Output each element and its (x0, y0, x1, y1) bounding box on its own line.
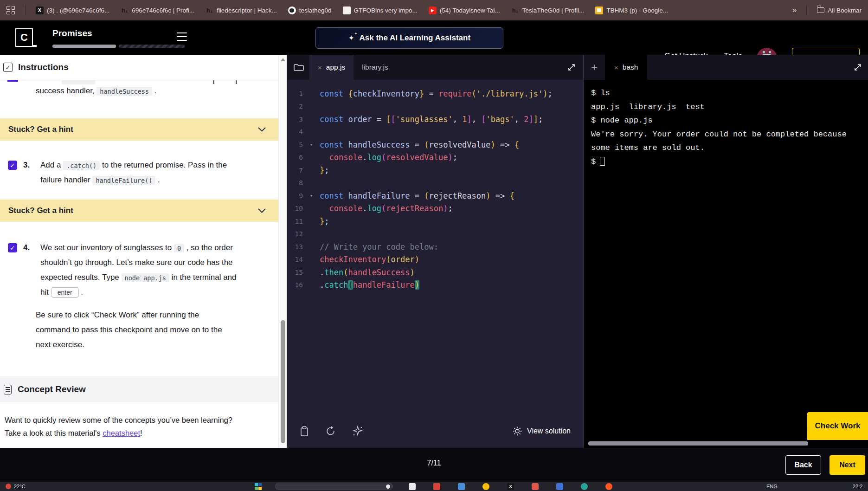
new-terminal-button[interactable]: + (584, 61, 605, 74)
taskbar-app-icon[interactable]: X (507, 483, 514, 490)
bookmark-item[interactable]: h₁TeslaTheG0d | Profil... (511, 6, 584, 14)
tab-library-js[interactable]: library.js (354, 55, 397, 80)
bookmark-label: (3) . (@696e746c6f6... (47, 7, 109, 14)
terminal-tab-bar: + × bash (584, 55, 868, 80)
instruction-step-3: ✓ 3. Add a .catch() to the returned prom… (8, 158, 227, 187)
bookmark-item[interactable]: h₁696e746c6f6c | Profi... (121, 6, 194, 14)
taskbar-app-icon[interactable] (532, 483, 539, 490)
bookmark-item[interactable]: teslatheg0d (288, 6, 332, 14)
bookmark-label: GTFOBins very impo... (354, 7, 418, 14)
checklist-icon: ✓ (3, 63, 13, 72)
menu-icon[interactable] (177, 32, 187, 41)
bookmarks-overflow-chevron[interactable]: » (792, 6, 796, 15)
code-line: 2 (287, 100, 583, 113)
copy-icon[interactable] (299, 426, 309, 437)
step4-checkbox[interactable]: ✓ (8, 243, 17, 252)
scrollbar-thumb[interactable] (281, 320, 285, 443)
next-button[interactable]: Next (829, 455, 865, 475)
bookmark-item[interactable]: TBHM3 (p) - Google... (595, 6, 668, 14)
clock[interactable]: 22:2 (853, 484, 862, 489)
all-bookmarks-button[interactable]: All Bookmar (817, 7, 862, 14)
code-line: 13// Write your code below: (287, 240, 583, 253)
fold-arrow-icon[interactable]: ▾ (303, 142, 320, 148)
cheatsheet-link[interactable]: cheatsheet (103, 429, 140, 437)
scroll-up-arrow[interactable] (281, 58, 285, 61)
hint-accordion-1[interactable]: Stuck? Get a hint (0, 118, 278, 141)
gtfobins-favicon (343, 6, 351, 14)
ai-assistant-button[interactable]: ✦✦ Ask the AI Learning Assistant (315, 27, 503, 49)
language-indicator[interactable]: ENG (766, 484, 778, 489)
taskbar-app-icons: X (409, 483, 612, 490)
progress-bar-complete (52, 45, 116, 48)
sparkle-icon: ✦✦ (348, 34, 354, 42)
hint-accordion-2[interactable]: Stuck? Get a hint (0, 200, 278, 222)
lesson-footer: 7/11 Back Next (0, 448, 868, 482)
code-editing-area[interactable]: 1const {checkInventory} = require('./lib… (287, 80, 583, 414)
back-button[interactable]: Back (785, 455, 821, 475)
bookmarks-list: X(3) . (@696e746c6f6...h₁696e746c6f6c | … (36, 6, 668, 14)
close-icon[interactable]: × (614, 64, 618, 71)
expand-editor-icon[interactable] (567, 63, 576, 74)
taskbar-search[interactable] (275, 483, 393, 490)
terminal-horizontal-scrollbar[interactable] (588, 441, 808, 446)
search-logo-dot (386, 485, 390, 489)
expand-terminal-icon[interactable] (853, 63, 862, 74)
concept-review-header: Concept Review (0, 376, 278, 402)
step3-number: 3. (23, 158, 34, 187)
step4-text: We set our inventory of sunglasses to 0 … (40, 240, 237, 300)
step2-partial-text: success handler, handleSuccess . (36, 84, 156, 98)
code-line: 6 console.log(resolvedValue); (287, 151, 583, 164)
instruction-step-4: ✓ 4. We set our inventory of sunglasses … (8, 240, 237, 300)
code-line: 15.then(handleSuccess) (287, 266, 583, 279)
start-grid-icon[interactable] (255, 483, 262, 490)
taskbar-app-icon[interactable] (409, 483, 416, 490)
fold-arrow-icon[interactable]: ▾ (303, 193, 320, 199)
bookmark-item[interactable]: GTFOBins very impo... (343, 6, 418, 14)
bookmark-item[interactable]: X(3) . (@696e746c6f6... (36, 6, 109, 14)
terminal-panel: + × bash $ lsapp.js library.js test$ nod… (584, 55, 868, 448)
bookmark-label: filedescriptor | Hack... (217, 7, 277, 14)
step3-checkbox[interactable]: ✓ (8, 161, 17, 170)
apps-grid-icon[interactable] (6, 6, 15, 14)
close-icon[interactable]: × (318, 64, 322, 71)
taskbar-app-icon[interactable] (433, 483, 440, 490)
reset-icon[interactable] (325, 426, 336, 437)
folder-icon (817, 7, 824, 13)
bookmark-label: (54) Todayisnew Tal... (440, 7, 500, 14)
bookmark-item[interactable]: h₁filedescriptor | Hack... (206, 6, 277, 14)
weather-icon (6, 484, 11, 489)
taskbar-app-icon[interactable] (605, 483, 612, 490)
code-line: 1const {checkInventory} = require('./lib… (287, 87, 583, 100)
weather-widget[interactable]: 22°C (6, 484, 26, 489)
view-solution-button[interactable]: View solution (512, 426, 571, 436)
instructions-header: ✓ Instructions (0, 55, 278, 80)
tab-app-js[interactable]: × app.js (309, 55, 354, 80)
codecademy-logo[interactable]: C (15, 28, 33, 47)
terminal-output-area[interactable]: $ lsapp.js library.js test$ node app.jsW… (584, 80, 868, 448)
concept-line-2: Take a look at this material's cheatshee… (5, 426, 232, 439)
taskbar-app-icon[interactable] (556, 483, 563, 490)
tab-bash[interactable]: × bash (605, 55, 647, 80)
taskbar-app-icon[interactable] (581, 483, 588, 490)
bookmark-item[interactable]: ▶(54) Todayisnew Tal... (429, 6, 500, 14)
taskbar-app-icon[interactable] (482, 483, 489, 490)
check-work-note: Be sure to click “Check Work” after runn… (36, 308, 222, 352)
code-line: 12 (287, 228, 583, 241)
code-line: 3const order = [['sunglasses', 1], ['bag… (287, 113, 583, 126)
file-tree-icon[interactable] (293, 62, 305, 72)
taskbar-app-icon[interactable] (458, 483, 465, 490)
lesson-title: Promises (52, 28, 92, 39)
instructions-panel: ✓ Instructions success handler, handleSu… (0, 55, 278, 448)
terminal-cursor (600, 157, 605, 166)
code-line: 8 (287, 177, 583, 190)
app-header: C Promises ✦✦ Ask the AI Learning Assist… (0, 20, 868, 55)
chevron-down-icon (257, 127, 266, 132)
instructions-title: Instructions (18, 62, 69, 72)
check-work-button[interactable]: Check Work (807, 412, 868, 440)
clipped-checkbox-fragment (7, 80, 18, 82)
step3-text: Add a .catch() to the returned promise. … (40, 158, 227, 187)
exercise-progress: 7/11 (0, 459, 868, 467)
magic-sparkle-icon[interactable] (352, 426, 363, 437)
x-favicon: X (36, 6, 44, 14)
github-favicon (288, 6, 296, 14)
